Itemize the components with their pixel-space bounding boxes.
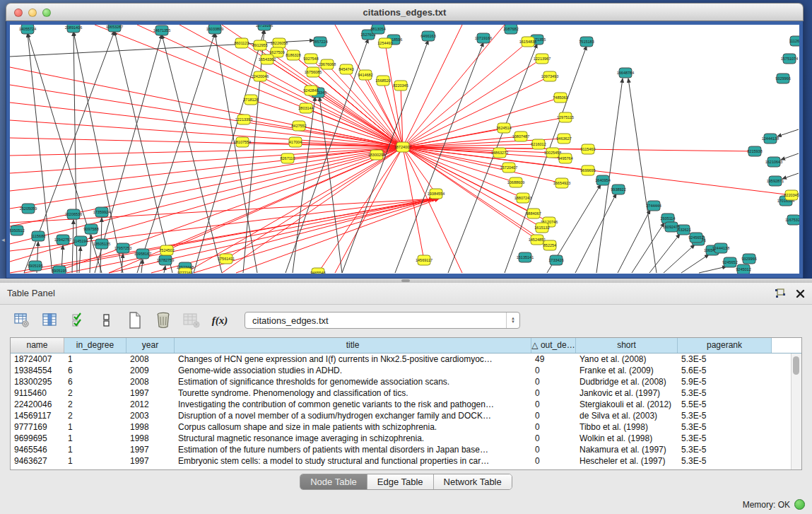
graph-node[interactable]: 7485063 [553,93,567,103]
graph-node[interactable]: 16756085 [305,67,322,77]
graph-node[interactable]: 20891406 [65,25,82,33]
graph-node[interactable]: 14569117 [416,255,433,265]
graph-node[interactable]: 10719166 [256,25,273,30]
table-row[interactable]: 1456911722003Disruption of a novel membe… [11,410,792,421]
graph-node[interactable]: 18724007 [394,142,411,152]
graph-node[interactable]: 16543362 [259,54,276,64]
graph-node[interactable]: 1615132 [534,223,549,233]
graph-node[interactable]: 7857224 [312,37,327,47]
graph-node[interactable]: 10688609 [507,177,524,187]
graph-node[interactable]: 7515183 [579,37,594,47]
graph-node[interactable]: 9242848 [303,86,318,95]
graph-node[interactable]: 9245012 [736,264,751,274]
network-graph[interactable]: 1405572420891406106532871467135516033809… [10,25,799,274]
table-mode-icon[interactable] [13,311,31,329]
graph-node[interactable]: 16154838 [519,37,536,47]
graph-node[interactable]: 8350512 [10,226,25,235]
graph-node[interactable]: 19384554 [428,189,445,199]
table-select-dropdown[interactable]: citations_edges.txt ▲▼ [245,312,520,329]
create-table-icon[interactable] [126,311,144,329]
graph-node[interactable]: 9327548 [303,54,318,64]
graph-node[interactable]: 9245652 [688,233,703,243]
graph-node[interactable]: 9115460 [580,144,595,154]
graph-node[interactable]: 16648784 [617,68,634,78]
splitter-grip[interactable] [401,279,410,282]
graph-node[interactable]: 10807487 [512,132,529,141]
graph-node[interactable]: 16210643 [765,157,782,167]
table-row[interactable]: 969969511998Structural magnetic resonanc… [11,433,792,444]
graph-node[interactable]: 12942757 [54,235,71,245]
graph-node[interactable]: 417004 [289,137,302,147]
graph-node[interactable]: 9329966 [741,254,756,264]
graph-node[interactable]: 5905195 [52,266,66,274]
dropdown-spinner-icon[interactable]: ▲▼ [506,313,519,328]
table-row[interactable]: 1830029562008Estimation of significance … [11,376,792,387]
table-row[interactable]: 946362711997Embryonic stem cells: a mode… [11,455,792,467]
graph-node[interactable]: 1568520 [375,76,390,86]
graph-node[interactable]: 8220345 [784,190,799,200]
graph-node[interactable]: 9329966 [775,74,790,83]
column-header-short[interactable]: short [576,338,678,353]
graph-node[interactable]: 9495764 [558,153,572,163]
close-panel-icon[interactable] [796,289,805,298]
graph-node[interactable]: 1733426 [548,255,563,265]
graph-node[interactable]: 16654923 [553,178,570,188]
graph-node[interactable]: 1145194 [73,236,88,246]
graph-node[interactable]: 12213967 [534,54,551,64]
scrollbar-thumb[interactable] [793,356,799,375]
graph-node[interactable]: 10973493 [541,71,558,81]
graph-node[interactable]: 11675323 [785,215,799,225]
graph-node[interactable]: 12444138 [712,243,729,253]
graph-node[interactable]: 18107554 [234,137,251,147]
float-panel-icon[interactable] [775,288,786,298]
graph-node[interactable]: 18300295 [368,150,385,160]
table-row[interactable]: 911546021997Tourette syndrome. Phenomeno… [11,387,792,399]
table-row[interactable]: 946554611997Estimation of the future num… [11,444,792,455]
graph-node[interactable]: 20206536 [65,209,82,219]
column-header-year[interactable]: year [126,338,175,353]
vertical-scrollbar[interactable] [791,354,801,469]
graph-node[interactable]: 2087682 [503,25,518,34]
graph-node[interactable]: 15751074 [781,54,798,64]
table-row[interactable]: 2242004622012Investigating the contribut… [11,399,792,410]
graph-node[interactable]: 2803144 [298,103,313,113]
select-all-columns-icon[interactable] [69,311,88,329]
graph-node[interactable]: 1640954 [595,175,610,185]
graph-node[interactable]: 2718126 [243,95,258,105]
tab-node-table[interactable]: Node Table [300,474,367,489]
column-header-in_degree[interactable]: in_degree [64,338,126,353]
graph-node[interactable]: 10653287 [106,25,123,32]
graph-node[interactable]: 8215938 [747,146,762,156]
graph-node[interactable]: 10719166 [475,33,492,43]
graph-node[interactable]: 16092475 [663,222,680,232]
table-row[interactable]: 977716911998Corpus callosum shape and si… [11,421,792,433]
graph-node[interactable]: 5905195 [28,261,42,271]
graph-node[interactable]: 12444138 [762,134,779,144]
graph-node[interactable]: 15720407 [500,163,517,173]
tab-network-table[interactable]: Network Table [434,474,512,489]
graph-node[interactable]: 8267110 [280,153,295,163]
graph-node[interactable]: 1112696 [789,36,799,46]
graph-node[interactable]: 6466163 [420,31,435,41]
column-header-name[interactable]: name [11,338,64,353]
graph-node[interactable]: 8427552 [291,121,306,131]
graph-node[interactable]: 9777169 [177,268,192,274]
graph-node[interactable]: 9465546 [310,268,325,274]
graph-node[interactable]: 9938922 [611,185,625,194]
graph-node[interactable]: 18807243 [514,193,531,203]
graph-node[interactable]: 8220345 [393,81,408,90]
graph-node[interactable]: 1115686 [31,231,46,241]
network-canvas[interactable]: 1405572420891406106532871467135516033809… [10,25,799,274]
column-header-pagerank[interactable]: pagerank [678,338,772,353]
graph-node[interactable]: 2744444 [646,201,661,211]
graph-node[interactable]: 9245652 [722,257,737,267]
show-columns-icon[interactable] [41,311,59,329]
graph-node[interactable]: 8912955 [252,40,267,50]
graph-node[interactable]: 9097588 [83,224,98,234]
table-row[interactable]: 1872400712008Changes of HCN gene express… [11,354,792,365]
graph-node[interactable]: 9463627 [556,134,571,144]
column-header-title[interactable]: title [175,338,531,353]
table-row[interactable]: 1938455462009Genome-wide association stu… [11,365,792,376]
graph-node[interactable]: 16033809 [206,25,223,34]
graph-node[interactable]: 15135141 [517,252,534,262]
